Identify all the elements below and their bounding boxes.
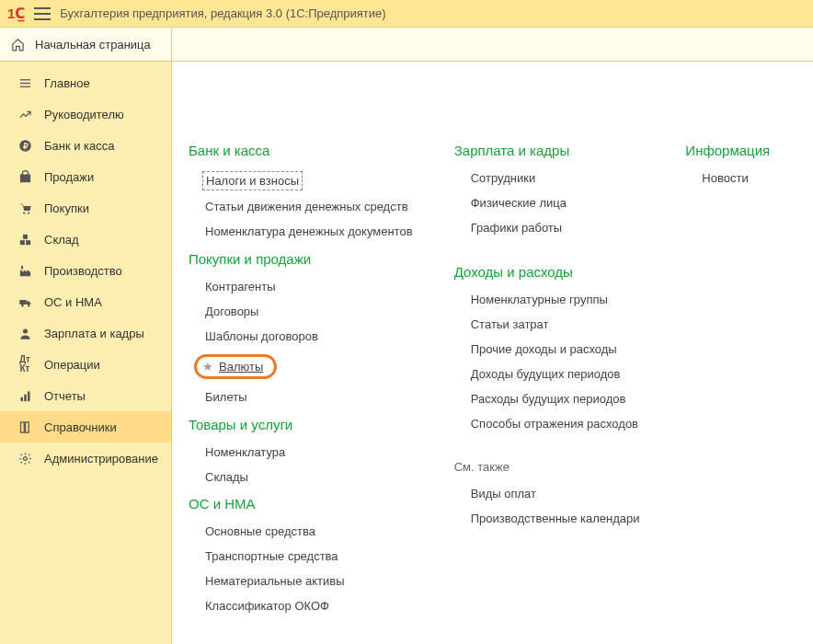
truck-icon xyxy=(17,295,33,309)
link-label: Классификатор ОКОФ xyxy=(205,599,329,613)
link-item[interactable]: Производственные календари xyxy=(471,512,640,525)
column-2: Зарплата и кадрыСотрудникиФизические лиц… xyxy=(454,143,649,626)
link-item[interactable]: Статьи движения денежных средств xyxy=(205,200,408,213)
link-item[interactable]: Основные средства xyxy=(205,524,315,538)
link-item[interactable]: Нематериальные активы xyxy=(205,574,345,588)
nav-item-5[interactable]: Склад xyxy=(0,224,171,255)
column-1: Банк и кассаНалоги и взносыСтатьи движен… xyxy=(189,143,418,626)
link-item[interactable]: Номенклатура xyxy=(205,445,285,459)
section-header[interactable]: Товары и услуги xyxy=(189,417,418,432)
app-title: Бухгалтерия предприятия, редакция 3.0 (1… xyxy=(60,6,385,20)
link-item[interactable]: Расходы будущих периодов xyxy=(471,392,626,406)
link-item[interactable]: Номенклатура денежных документов xyxy=(205,224,413,238)
nav-item-2[interactable]: ₽Банк и касса xyxy=(0,130,171,161)
nav-item-label: Производство xyxy=(44,264,122,278)
column-3: ИнформацияНовости xyxy=(685,143,796,626)
menu-icon xyxy=(17,76,33,90)
nav-item-label: Главное xyxy=(44,76,90,90)
nav-item-label: Операции xyxy=(44,358,100,372)
start-page-tab[interactable]: Начальная страница xyxy=(0,28,171,62)
svg-rect-16 xyxy=(24,394,27,401)
link-item[interactable]: Прочие доходы и расходы xyxy=(471,342,617,356)
section-header[interactable]: ОС и НМА xyxy=(189,496,418,512)
link-label: Расходы будущих периодов xyxy=(471,392,626,406)
svg-rect-2 xyxy=(19,86,29,86)
nav-item-11[interactable]: Справочники xyxy=(0,411,171,443)
nav-item-label: Зарплата и кадры xyxy=(44,327,144,340)
link-item[interactable]: Договоры xyxy=(205,305,258,318)
svg-rect-11 xyxy=(19,300,27,305)
svg-rect-9 xyxy=(23,234,28,238)
link-item[interactable]: Виды оплат xyxy=(471,487,536,500)
link-label: Налоги и взносы xyxy=(206,174,299,188)
nav-item-4[interactable]: Покупки xyxy=(0,192,171,224)
boxes-icon xyxy=(17,233,33,247)
nav-item-label: Отчеты xyxy=(44,389,86,403)
svg-point-12 xyxy=(21,305,24,307)
nav-item-10[interactable]: Отчеты xyxy=(0,380,171,411)
link-item[interactable]: Сотрудники xyxy=(471,171,535,185)
nav-list: ГлавноеРуководителю₽Банк и кассаПродажиП… xyxy=(0,62,171,474)
nav-item-3[interactable]: Продажи xyxy=(0,161,171,192)
link-item[interactable]: Налоги и взносы xyxy=(202,171,303,190)
link-item[interactable]: ★Валюты xyxy=(194,354,277,379)
operations-icon: ДтКт xyxy=(17,355,33,374)
tab-strip xyxy=(172,28,813,62)
link-item[interactable]: Доходы будущих периодов xyxy=(471,367,621,381)
svg-point-20 xyxy=(23,456,27,460)
title-bar: 1C̲ Бухгалтерия предприятия, редакция 3.… xyxy=(0,0,813,28)
section-header[interactable]: Банк и касса xyxy=(189,143,418,158)
link-label: Номенклатурные группы xyxy=(471,293,608,306)
link-label: Склады xyxy=(205,470,248,484)
link-label: Прочие доходы и расходы xyxy=(471,342,617,356)
svg-point-6 xyxy=(28,212,29,213)
logo-1c: 1C̲ xyxy=(7,6,25,22)
svg-rect-1 xyxy=(19,82,29,83)
link-item[interactable]: Номенклатурные группы xyxy=(471,293,608,306)
link-label: Доходы будущих периодов xyxy=(471,367,621,381)
link-item[interactable]: Билеты xyxy=(205,390,246,404)
section-header[interactable]: Покупки и продажи xyxy=(189,251,418,267)
link-label: Номенклатура денежных документов xyxy=(205,224,413,238)
link-item[interactable]: Склады xyxy=(205,470,248,484)
link-item[interactable]: Физические лица xyxy=(471,196,567,210)
section-header[interactable]: Зарплата и кадры xyxy=(454,143,649,158)
link-item[interactable]: Шаблоны договоров xyxy=(205,329,318,343)
section-header[interactable]: Доходы и расходы xyxy=(454,264,649,280)
link-label: Шаблоны договоров xyxy=(205,329,318,343)
sidebar: Начальная страница ГлавноеРуководителю₽Б… xyxy=(0,28,172,644)
link-item[interactable]: Классификатор ОКОФ xyxy=(205,599,329,613)
nav-item-label: Администрирование xyxy=(44,452,158,466)
nav-item-label: Банк и касса xyxy=(44,139,115,153)
link-label: Виды оплат xyxy=(471,487,536,500)
link-item[interactable]: Новости xyxy=(702,171,748,185)
nav-item-0[interactable]: Главное xyxy=(0,67,171,98)
reports-icon xyxy=(17,389,33,403)
hamburger-icon[interactable] xyxy=(34,7,51,20)
section-header[interactable]: Информация xyxy=(685,143,796,158)
link-item[interactable]: Контрагенты xyxy=(205,280,276,293)
nav-item-8[interactable]: Зарплата и кадры xyxy=(0,317,171,349)
link-label: Билеты xyxy=(205,390,246,404)
content-area: Банк и кассаНалоги и взносыСтатьи движен… xyxy=(172,62,813,644)
books-icon xyxy=(17,420,33,434)
link-item[interactable]: Способы отражения расходов xyxy=(471,417,638,431)
link-item[interactable]: Транспортные средства xyxy=(205,549,338,563)
link-label: Статьи затрат xyxy=(471,317,549,331)
nav-item-7[interactable]: ОС и НМА xyxy=(0,286,171,317)
nav-item-1[interactable]: Руководителю xyxy=(0,98,171,130)
link-item[interactable]: Графики работы xyxy=(471,221,562,235)
link-label: Сотрудники xyxy=(471,171,535,185)
home-icon xyxy=(9,38,26,52)
link-label: Производственные календари xyxy=(471,512,640,525)
nav-item-label: Справочники xyxy=(44,420,117,434)
link-label: Новости xyxy=(702,171,748,185)
nav-item-12[interactable]: Администрирование xyxy=(0,443,171,474)
nav-item-6[interactable]: Производство xyxy=(0,255,171,286)
svg-rect-7 xyxy=(19,240,24,245)
link-item[interactable]: Статьи затрат xyxy=(471,317,549,331)
nav-item-9[interactable]: ДтКтОперации xyxy=(0,349,171,380)
see-also-label: См. также xyxy=(454,460,649,474)
chart-icon xyxy=(17,108,33,121)
svg-point-13 xyxy=(28,305,30,307)
